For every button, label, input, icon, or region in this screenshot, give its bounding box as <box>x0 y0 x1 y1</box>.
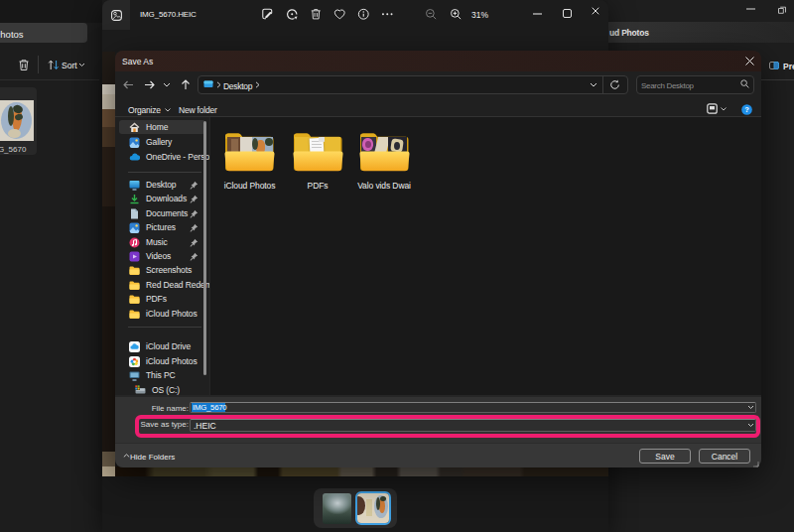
svg-text:?: ? <box>744 105 749 114</box>
